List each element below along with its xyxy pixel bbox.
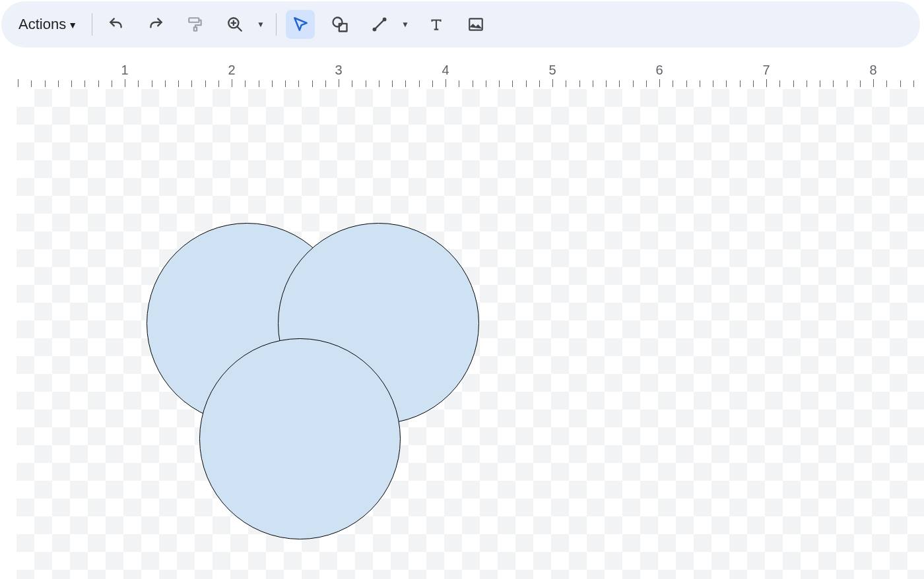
ruler-tick <box>459 80 459 87</box>
ruler-tick <box>512 80 513 87</box>
line-dropdown[interactable]: ▼ <box>399 10 411 39</box>
ruler-number: 4 <box>442 63 449 78</box>
select-tool-button[interactable] <box>286 10 315 39</box>
ruler-tick <box>579 80 580 87</box>
paint-format-button[interactable] <box>181 10 210 39</box>
zoom-dropdown[interactable]: ▼ <box>255 10 267 39</box>
ruler-tick <box>58 80 59 87</box>
undo-button[interactable] <box>102 10 131 39</box>
svg-line-8 <box>374 19 384 29</box>
ruler-tick <box>873 79 874 87</box>
ruler-tick <box>833 80 834 87</box>
ellipse-shape[interactable] <box>199 338 401 539</box>
svg-point-9 <box>374 28 376 30</box>
ruler-tick <box>245 80 246 87</box>
svg-rect-0 <box>189 18 199 22</box>
ruler-tick <box>218 80 219 87</box>
ruler-tick <box>71 80 72 87</box>
ruler-tick <box>593 80 593 87</box>
ruler-tick <box>191 80 192 87</box>
ruler-tick <box>178 80 179 87</box>
toolbar: Actions ▼ ▼ <box>1 1 920 47</box>
ruler-tick <box>700 80 700 87</box>
ruler-number: 7 <box>762 63 770 78</box>
ruler-tick <box>392 80 393 87</box>
ruler-tick <box>125 79 125 87</box>
image-icon <box>467 16 484 33</box>
paint-roller-icon <box>187 16 204 33</box>
ruler-tick <box>205 80 206 87</box>
ruler-tick <box>352 80 352 87</box>
history-group: ▼ <box>102 10 267 39</box>
ruler-tick <box>232 79 232 87</box>
redo-icon <box>147 16 164 33</box>
ruler-tick <box>499 80 500 87</box>
ruler-tick <box>112 80 112 87</box>
ruler-tick <box>566 80 566 87</box>
caret-down-icon: ▼ <box>257 20 265 29</box>
ruler-tick <box>807 80 807 87</box>
ruler-tick <box>526 80 527 87</box>
toolbar-divider <box>92 13 92 36</box>
actions-menu-button[interactable]: Actions ▼ <box>13 12 82 37</box>
ruler-tick <box>646 80 647 87</box>
line-tool-button[interactable] <box>365 10 394 39</box>
ruler-tick <box>713 80 713 87</box>
svg-point-10 <box>383 18 385 20</box>
ruler-number: 3 <box>335 63 342 78</box>
cursor-icon <box>292 16 309 33</box>
insert-image-button[interactable] <box>461 10 490 39</box>
ruler-number: 8 <box>869 63 876 78</box>
shape-tool-button[interactable] <box>325 10 354 39</box>
ruler-tick <box>860 80 861 87</box>
caret-down-icon: ▼ <box>68 20 77 30</box>
ruler-tick <box>84 80 85 87</box>
ruler-tick <box>285 80 286 87</box>
ruler-tick <box>659 79 660 87</box>
ruler-tick <box>740 80 741 87</box>
ruler-tick <box>98 80 99 87</box>
ruler-tick <box>726 80 727 87</box>
drawing-canvas[interactable] <box>0 89 924 579</box>
redo-button[interactable] <box>141 10 170 39</box>
actions-label: Actions <box>18 16 66 33</box>
line-icon <box>371 16 388 33</box>
ruler-tick <box>152 80 152 87</box>
ruler-tick <box>793 80 794 87</box>
ruler-tick <box>486 80 486 87</box>
ruler-tick <box>539 80 540 87</box>
ruler-tick <box>473 80 473 87</box>
ruler-tick <box>552 79 553 87</box>
ruler-tick <box>379 80 380 87</box>
ruler-tick <box>886 80 887 87</box>
ruler-tick <box>312 80 313 87</box>
ruler-tick <box>366 80 366 87</box>
ruler-tick <box>673 80 673 87</box>
horizontal-ruler: 12345678 <box>0 58 924 87</box>
text-box-button[interactable] <box>422 10 451 39</box>
ruler-number: 1 <box>121 63 128 78</box>
ruler-tick <box>339 79 339 87</box>
zoom-icon <box>226 16 244 33</box>
ruler-tick <box>272 80 273 87</box>
ruler-tick <box>31 80 32 87</box>
ruler-tick <box>686 80 687 87</box>
ruler-tick <box>779 80 780 87</box>
ruler-tick <box>325 80 326 87</box>
ruler-tick <box>165 80 166 87</box>
ruler-number: 6 <box>655 63 663 78</box>
ruler-tick <box>913 80 914 87</box>
svg-rect-1 <box>194 27 197 30</box>
zoom-button[interactable] <box>220 10 249 39</box>
shape-icon <box>331 15 349 34</box>
ruler-tick <box>900 80 901 87</box>
ruler-number: 2 <box>228 63 235 78</box>
ruler-tick <box>753 80 754 87</box>
ruler-tick <box>766 79 767 87</box>
toolbar-divider <box>276 13 277 36</box>
tools-group: ▼ <box>286 10 490 39</box>
ruler-number: 5 <box>548 63 556 78</box>
ruler-tick <box>298 80 299 87</box>
text-icon <box>428 16 445 33</box>
ruler-tick <box>432 80 433 87</box>
